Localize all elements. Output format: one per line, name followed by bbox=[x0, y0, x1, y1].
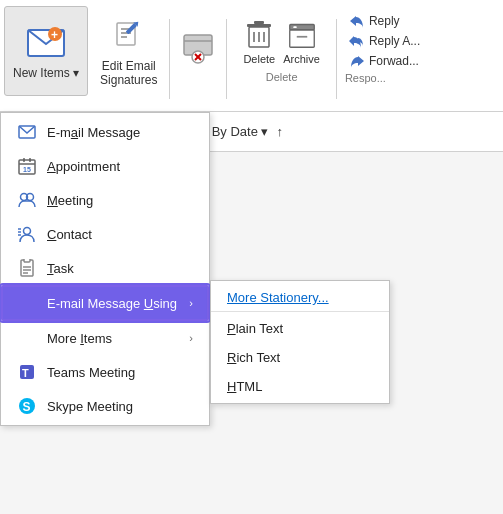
reply-all-button[interactable]: Reply A... bbox=[345, 32, 424, 50]
delete-button[interactable]: Delete bbox=[243, 19, 275, 65]
delete-group-label: Delete bbox=[266, 71, 298, 83]
svg-rect-23 bbox=[293, 26, 297, 28]
more-items-icon bbox=[17, 328, 37, 348]
skype-meeting-label: Skype Meeting bbox=[47, 399, 193, 414]
forward-button[interactable]: Forwad... bbox=[345, 52, 424, 70]
new-items-icon: + bbox=[26, 22, 66, 62]
submenu-item-plain-text[interactable]: Plain Text bbox=[211, 314, 389, 343]
menu-item-skype-meeting[interactable]: S Skype Meeting bbox=[1, 389, 209, 423]
forward-label: Forwad... bbox=[369, 54, 419, 68]
svg-text:T: T bbox=[22, 367, 29, 379]
menu-item-teams-meeting[interactable]: T Teams Meeting bbox=[1, 355, 209, 389]
email-message-label: E-mail Message bbox=[47, 125, 193, 140]
svg-point-32 bbox=[24, 228, 31, 235]
svg-text:15: 15 bbox=[23, 166, 31, 173]
menu-item-more-items[interactable]: More Items › bbox=[1, 321, 209, 355]
svg-rect-28 bbox=[29, 158, 31, 162]
menu-item-contact[interactable]: Contact bbox=[1, 217, 209, 251]
email-using-icon bbox=[17, 293, 37, 313]
ribbon-separator-3 bbox=[336, 19, 337, 99]
svg-rect-20 bbox=[289, 30, 314, 48]
svg-text:S: S bbox=[23, 400, 31, 414]
email-using-arrow: › bbox=[189, 297, 193, 309]
submenu-item-rich-text[interactable]: Rich Text bbox=[211, 343, 389, 372]
teams-icon: T bbox=[17, 362, 37, 382]
appointment-icon: 15 bbox=[17, 156, 37, 176]
more-items-arrow: › bbox=[189, 332, 193, 344]
task-icon bbox=[17, 258, 37, 278]
submenu-item-more-stationery[interactable]: More Stationery... bbox=[211, 283, 389, 312]
meeting-icon bbox=[17, 190, 37, 210]
email-message-icon bbox=[17, 122, 37, 142]
archive-button[interactable]: Archive bbox=[283, 19, 320, 65]
rich-text-label: Rich Text bbox=[227, 350, 373, 365]
menu-item-task[interactable]: Task bbox=[1, 251, 209, 285]
reply-button[interactable]: Reply bbox=[345, 12, 424, 30]
email-using-submenu: More Stationery... Plain Text Rich Text … bbox=[210, 280, 390, 404]
ribbon-separator-1 bbox=[169, 19, 170, 99]
reply-all-label: Reply A... bbox=[369, 34, 420, 48]
email-using-label: E-mail Message Using bbox=[47, 296, 179, 311]
contact-icon bbox=[17, 224, 37, 244]
menu-item-email-message[interactable]: E-mail Message bbox=[1, 115, 209, 149]
new-items-button[interactable]: + New Items ▾ bbox=[4, 6, 88, 96]
sort-arrow[interactable]: ↑ bbox=[277, 124, 284, 139]
new-items-dropdown: E-mail Message 15 Appointment bbox=[0, 112, 210, 426]
svg-rect-37 bbox=[24, 259, 30, 262]
svg-rect-19 bbox=[254, 21, 264, 24]
svg-rect-27 bbox=[23, 158, 25, 162]
html-label: HTML bbox=[227, 379, 373, 394]
svg-rect-18 bbox=[247, 24, 271, 27]
manage-people-button[interactable] bbox=[174, 6, 222, 96]
more-items-label: More Items bbox=[47, 331, 179, 346]
edit-signatures-label: Edit EmailSignatures bbox=[100, 59, 157, 88]
reply-label: Reply bbox=[369, 14, 400, 28]
plain-text-label: Plain Text bbox=[227, 321, 373, 336]
respond-group-label: Respo... bbox=[345, 72, 424, 84]
menu-item-meeting[interactable]: Meeting bbox=[1, 183, 209, 217]
svg-text:+: + bbox=[51, 28, 58, 42]
menu-item-email-using[interactable]: E-mail Message Using › bbox=[1, 285, 209, 321]
respond-group: Reply Reply A... Forwad... Respo... bbox=[341, 6, 428, 90]
contact-label: Contact bbox=[47, 227, 193, 242]
sort-by-date[interactable]: By Date ▾ bbox=[212, 124, 269, 139]
delete-label: Delete bbox=[243, 53, 275, 65]
new-items-label: New Items ▾ bbox=[13, 66, 79, 80]
edit-email-signatures-button[interactable]: Edit EmailSignatures bbox=[92, 6, 165, 96]
delete-archive-group: Delete Archive Delete bbox=[231, 6, 331, 96]
ribbon: + New Items ▾ Edit EmailSignatures bbox=[0, 0, 503, 112]
task-label: Task bbox=[47, 261, 193, 276]
submenu-item-html[interactable]: HTML bbox=[211, 372, 389, 401]
menu-item-appointment[interactable]: 15 Appointment bbox=[1, 149, 209, 183]
archive-label: Archive bbox=[283, 53, 320, 65]
teams-meeting-label: Teams Meeting bbox=[47, 365, 193, 380]
skype-icon: S bbox=[17, 396, 37, 416]
meeting-label: Meeting bbox=[47, 193, 193, 208]
more-stationery-label: More Stationery... bbox=[227, 290, 373, 305]
appointment-label: Appointment bbox=[47, 159, 193, 174]
ribbon-separator-2 bbox=[226, 19, 227, 99]
edit-signatures-icon bbox=[109, 15, 149, 55]
